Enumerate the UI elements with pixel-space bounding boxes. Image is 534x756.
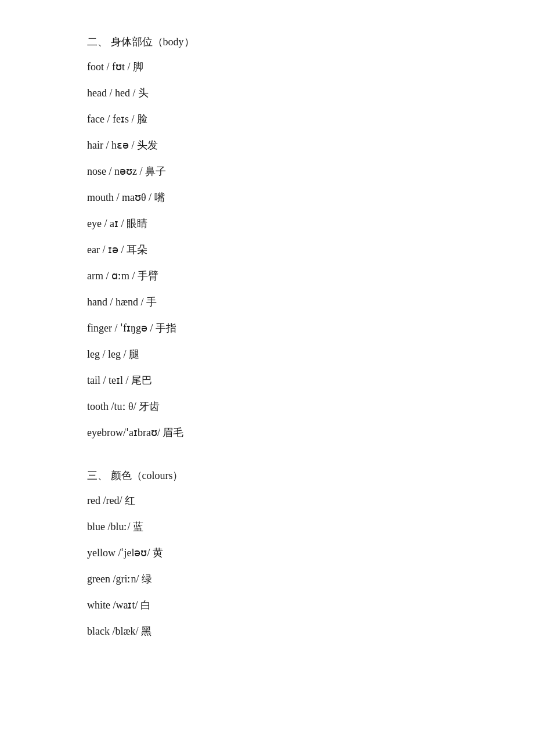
list-item: yellow /ˈjeləʊ/ 黄 <box>87 545 447 561</box>
list-item: foot / fʊt / 脚 <box>87 59 447 75</box>
list-item: white /waɪt/ 白 <box>87 597 447 613</box>
section-header-body-parts: 二、 身体部位（body） <box>87 35 447 49</box>
list-item: head / hed / 头 <box>87 85 447 101</box>
list-item: face / feɪs / 脸 <box>87 111 447 127</box>
list-item: black /blæk/ 黑 <box>87 624 447 639</box>
list-item: leg / leg / 腿 <box>87 347 447 362</box>
section-header-colours: 三、 颜色（colours） <box>87 469 447 483</box>
list-item: eyebrow/ˈaɪbraʊ/ 眉毛 <box>87 425 447 441</box>
list-item: green /griːn/ 绿 <box>87 571 447 587</box>
list-item: ear / ɪə / 耳朵 <box>87 242 447 258</box>
list-item: finger / ˈfɪŋgə / 手指 <box>87 321 447 336</box>
list-item: tooth /tuː θ/ 牙齿 <box>87 399 447 415</box>
list-item: hair / hɛə / 头发 <box>87 138 447 153</box>
list-item: blue /bluː/ 蓝 <box>87 519 447 535</box>
list-item: nose / nəʊz / 鼻子 <box>87 164 447 179</box>
list-item: tail / teɪl / 尾巴 <box>87 373 447 388</box>
list-item: arm / ɑːm / 手臂 <box>87 268 447 284</box>
list-item: red /red/ 红 <box>87 493 447 509</box>
vocab-list-colours: red /red/ 红blue /bluː/ 蓝yellow /ˈjeləʊ/ … <box>87 493 447 639</box>
list-item: eye / aɪ / 眼睛 <box>87 216 447 232</box>
list-item: mouth / maʊθ / 嘴 <box>87 190 447 206</box>
vocab-list-body-parts: foot / fʊt / 脚head / hed / 头face / feɪs … <box>87 59 447 441</box>
list-item: hand / hænd / 手 <box>87 294 447 310</box>
